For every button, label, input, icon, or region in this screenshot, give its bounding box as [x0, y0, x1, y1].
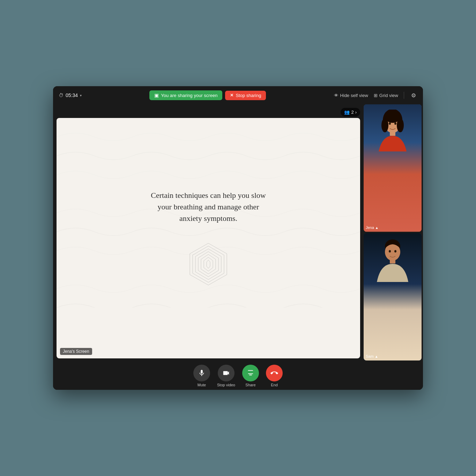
- end-icon-circle: [266, 365, 283, 381]
- mic-icon: [198, 369, 206, 377]
- svg-marker-3: [195, 249, 221, 280]
- timer-chevron-icon[interactable]: ▾: [80, 94, 82, 97]
- share-label: Share: [245, 383, 255, 387]
- top-bar: ⏱ 05:34 ▾ ▣ You are sharing your screen …: [53, 86, 423, 104]
- timer-icon: ⏱: [59, 92, 64, 98]
- stop-video-button[interactable]: Stop video: [217, 365, 235, 387]
- jena-name: Jena: [366, 225, 374, 230]
- mute-button[interactable]: Mute: [193, 365, 210, 387]
- svg-point-15: [394, 122, 396, 125]
- sam-signal-icon: ▲: [375, 355, 378, 358]
- svg-point-14: [389, 122, 391, 125]
- meeting-window: ⏱ 05:34 ▾ ▣ You are sharing your screen …: [53, 86, 423, 390]
- camera-icon-circle: [218, 365, 235, 381]
- stop-sharing-button[interactable]: ✕ Stop sharing: [225, 91, 266, 100]
- svg-point-13: [385, 110, 400, 123]
- grid-view-label: Grid view: [379, 93, 398, 98]
- end-label: End: [271, 383, 278, 387]
- main-content: 👥 2 ›: [53, 104, 423, 362]
- camera-icon: [222, 369, 230, 377]
- svg-marker-7: [207, 260, 210, 268]
- stop-sharing-label: Stop sharing: [236, 93, 261, 98]
- slide-container: Certain techniques can help you slow you…: [57, 118, 360, 358]
- screen-label: Jena's Screen: [60, 348, 92, 355]
- grid-view-button[interactable]: ⊞ Grid view: [374, 93, 398, 98]
- settings-gear-icon[interactable]: ⚙: [410, 91, 417, 100]
- share-icon: [247, 369, 254, 377]
- grid-icon: ⊞: [374, 93, 378, 98]
- jena-signal-icon: ▲: [375, 226, 379, 230]
- svg-rect-10: [390, 132, 395, 136]
- phone-end-icon: [270, 369, 278, 377]
- top-bar-left: ⏱ 05:34 ▾: [59, 92, 82, 98]
- video-tile-jena: Jena ▲: [364, 104, 422, 232]
- video-tile-sam: Sam ▲: [364, 233, 422, 360]
- share-button[interactable]: Share: [242, 365, 259, 387]
- hide-self-view-label: Hide self view: [340, 93, 368, 98]
- bottom-toolbar: Mute Stop video Share: [53, 362, 423, 390]
- top-bar-right: 👁 Hide self view ⊞ Grid view ⚙: [334, 91, 417, 100]
- participants-count: 2: [351, 110, 354, 115]
- jena-avatar: [375, 110, 410, 155]
- svg-marker-6: [204, 257, 213, 271]
- svg-point-19: [389, 250, 391, 253]
- svg-point-20: [394, 250, 396, 253]
- share-icon-circle: [242, 365, 259, 381]
- hex-svg: [186, 241, 231, 287]
- monitor-icon: ▣: [154, 92, 159, 98]
- sharing-status-badge: ▣ You are sharing your screen: [149, 90, 222, 100]
- participants-chevron-icon: ›: [355, 110, 357, 115]
- people-icon: 👥: [344, 110, 350, 115]
- mute-label: Mute: [198, 383, 206, 387]
- video-panel: Jena ▲: [364, 104, 423, 362]
- end-button[interactable]: End: [266, 365, 283, 387]
- stop-video-label: Stop video: [217, 383, 235, 387]
- timer-display: 05:34: [66, 92, 78, 98]
- hex-group: [190, 243, 227, 285]
- sam-name: Sam: [366, 354, 374, 358]
- toolbar-divider: [404, 92, 404, 99]
- sam-name-badge: Sam ▲: [366, 354, 378, 358]
- participants-pill[interactable]: 👥 2 ›: [341, 108, 360, 117]
- eye-icon: 👁: [334, 93, 339, 98]
- sharing-status-text: You are sharing your screen: [161, 93, 217, 98]
- participants-bar: 👥 2 ›: [57, 108, 364, 117]
- hide-self-view-button[interactable]: 👁 Hide self view: [334, 93, 368, 98]
- x-icon: ✕: [230, 93, 233, 98]
- sam-avatar: [375, 237, 410, 282]
- mute-icon-circle: [193, 365, 210, 381]
- jena-name-badge: Jena ▲: [366, 225, 379, 230]
- screen-share-area: 👥 2 ›: [53, 104, 364, 362]
- svg-rect-18: [390, 259, 395, 263]
- top-bar-center: ▣ You are sharing your screen ✕ Stop sha…: [149, 90, 266, 100]
- svg-marker-4: [198, 252, 218, 277]
